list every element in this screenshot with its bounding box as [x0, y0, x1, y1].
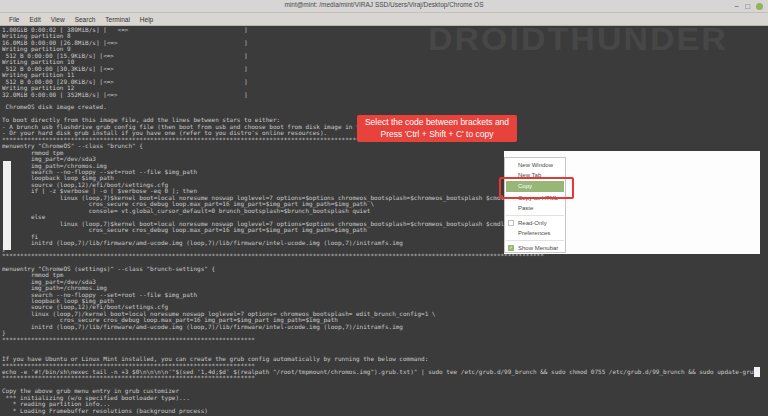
menu-edit[interactable]: Edit: [24, 16, 45, 23]
menu-item-paste[interactable]: Paste: [506, 203, 564, 213]
menu-separator: [506, 240, 564, 241]
window-title: mint@mint: /media/mint/VIRAJ SSD/Users/V…: [0, 1, 768, 8]
annotation-line-2: Press 'Ctrl + Shift + C' to copy: [357, 129, 517, 141]
menu-separator: [506, 215, 564, 216]
maximize-icon[interactable]: □: [745, 3, 750, 11]
menu-item-read-only[interactable]: Read-Only: [506, 218, 564, 228]
context-menu: New Window New Tab Copy Copy as HTML Pas…: [504, 157, 566, 253]
scrollbar-thumb[interactable]: [754, 367, 760, 377]
annotation-banner: Select the code between brackets and Pre…: [357, 115, 517, 142]
menu-view[interactable]: View: [46, 16, 70, 23]
screen: mint@mint: /media/mint/VIRAJ SSD/Users/V…: [0, 0, 768, 416]
menu-terminal[interactable]: Terminal: [100, 16, 135, 23]
menu-file[interactable]: File: [4, 16, 24, 23]
titlebar: mint@mint: /media/mint/VIRAJ SSD/Users/V…: [0, 0, 768, 13]
window-controls: − □: [734, 0, 763, 13]
menu-item-preferences[interactable]: Preferences: [506, 228, 564, 238]
annotation-line-1: Select the code between brackets and: [357, 117, 517, 129]
selection-highlight: [3, 161, 11, 250]
close-icon[interactable]: [756, 3, 763, 10]
menu-help[interactable]: Help: [135, 16, 158, 23]
copy-highlight-annotation: [499, 177, 574, 199]
minimize-icon[interactable]: −: [734, 3, 739, 11]
menu-search[interactable]: Search: [70, 16, 101, 23]
menu-item-new-window[interactable]: New Window: [506, 160, 564, 170]
menu-item-show-menubar[interactable]: Show Menubar: [506, 243, 564, 253]
